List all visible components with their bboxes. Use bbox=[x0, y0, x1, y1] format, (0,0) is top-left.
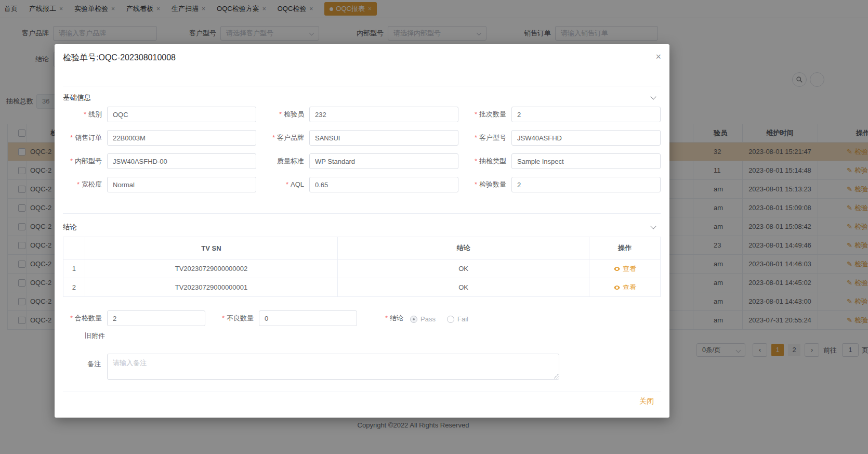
table-header-row: TV SN 结论 操作 bbox=[63, 237, 660, 260]
row-index-cell: 1 bbox=[63, 260, 85, 278]
inspection-detail-dialog: 检验单号:OQC-202308010008 × 基础信息 *线别*检验员*批次数… bbox=[55, 44, 669, 418]
required-asterisk: * bbox=[475, 134, 477, 141]
field-label-text: 批次数量 bbox=[479, 110, 506, 118]
field-input-批次数量[interactable] bbox=[511, 107, 661, 122]
view-link[interactable]: 查看 bbox=[613, 264, 636, 274]
old-attachment-label: 旧附件 bbox=[85, 331, 105, 341]
basic-info-section-title: 基础信息 bbox=[63, 93, 91, 102]
radio-unselected-icon bbox=[447, 316, 454, 323]
col-header-index bbox=[63, 237, 85, 259]
field-label-内部型号: *内部型号 bbox=[19, 153, 102, 169]
field-label-宽松度: *宽松度 bbox=[19, 177, 102, 192]
collapse-chevron-icon[interactable] bbox=[650, 94, 656, 99]
field-label-text: 质量标准 bbox=[277, 157, 304, 165]
dialog-title: 检验单号:OQC-202308010008 bbox=[63, 53, 176, 63]
conclusion-section-title: 结论 bbox=[63, 223, 77, 232]
field-label-text: 检验数量 bbox=[479, 180, 506, 188]
result-label: *结论 bbox=[320, 310, 403, 326]
field-label-检验数量: *检验数量 bbox=[423, 177, 506, 192]
field-label-客户品牌: *客户品牌 bbox=[221, 130, 304, 146]
field-label-text: 客户型号 bbox=[479, 134, 506, 141]
field-input-抽检类型[interactable] bbox=[511, 153, 661, 169]
required-asterisk: * bbox=[475, 180, 477, 188]
field-label-AQL: *AQL bbox=[221, 177, 304, 192]
row-index-cell: 2 bbox=[63, 278, 85, 296]
remark-textarea[interactable] bbox=[107, 354, 559, 380]
required-asterisk: * bbox=[77, 180, 80, 188]
section-divider bbox=[63, 213, 661, 214]
field-input-检验数量[interactable] bbox=[511, 177, 661, 192]
required-asterisk: * bbox=[84, 110, 86, 118]
col-header-actions: 操作 bbox=[589, 237, 660, 259]
result-cell: OK bbox=[338, 278, 589, 296]
field-label-检验员: *检验员 bbox=[221, 107, 304, 122]
app-window: 首页产线报工×实验单检验×产线看板×生产扫描×OQC检验方案×OQC检验×OQC… bbox=[0, 0, 868, 454]
result-radio-pass[interactable]: Pass bbox=[410, 314, 436, 323]
sn-table-row: 1TV20230729000000002OK查看 bbox=[63, 260, 660, 278]
tv-sn-cell: TV20230729000000002 bbox=[85, 260, 338, 278]
required-asterisk: * bbox=[279, 110, 282, 118]
field-label-批次数量: *批次数量 bbox=[423, 107, 506, 122]
field-label-text: 销售订单 bbox=[75, 134, 102, 141]
field-label-销售订单: *销售订单 bbox=[19, 130, 102, 146]
action-cell: 查看 bbox=[589, 278, 660, 296]
field-input-客户型号[interactable] bbox=[511, 130, 661, 146]
required-asterisk: * bbox=[385, 314, 388, 322]
eye-icon bbox=[613, 284, 621, 291]
required-asterisk: * bbox=[272, 134, 275, 141]
collapse-chevron-icon[interactable] bbox=[650, 223, 656, 229]
sn-table-row: 2TV20230729000000001OK查看 bbox=[63, 278, 660, 296]
action-cell: 查看 bbox=[589, 260, 660, 278]
footer-divider bbox=[63, 392, 661, 392]
radio-selected-icon bbox=[410, 316, 417, 323]
field-label-text: AQL bbox=[291, 180, 304, 188]
section-divider bbox=[63, 86, 661, 86]
required-asterisk: * bbox=[475, 157, 477, 165]
view-link[interactable]: 查看 bbox=[613, 283, 636, 292]
required-asterisk: * bbox=[70, 134, 73, 141]
required-asterisk: * bbox=[70, 157, 73, 165]
result-cell: OK bbox=[338, 260, 589, 278]
field-label-质量标准: 质量标准 bbox=[221, 153, 304, 169]
required-asterisk: * bbox=[70, 314, 73, 322]
field-label-抽检类型: *抽检类型 bbox=[423, 153, 506, 169]
field-label-客户型号: *客户型号 bbox=[423, 130, 506, 146]
view-link-label: 查看 bbox=[623, 283, 636, 292]
required-asterisk: * bbox=[286, 180, 288, 188]
fail-qty-label: *不良数量 bbox=[170, 310, 254, 326]
required-asterisk: * bbox=[222, 314, 225, 322]
field-label-text: 宽松度 bbox=[82, 180, 102, 188]
resize-grip-icon[interactable] bbox=[554, 374, 559, 379]
required-asterisk: * bbox=[475, 110, 477, 118]
field-label-text: 检验员 bbox=[284, 110, 304, 118]
result-radio-fail[interactable]: Fail bbox=[447, 314, 468, 323]
close-icon[interactable]: × bbox=[655, 51, 661, 62]
pass-qty-label: *合格数量 bbox=[19, 310, 102, 326]
tv-sn-cell: TV20230729000000001 bbox=[85, 278, 338, 296]
eye-icon bbox=[613, 265, 621, 273]
field-label-text: 抽检类型 bbox=[479, 157, 506, 165]
close-button[interactable]: 关闭 bbox=[639, 397, 654, 406]
field-label-text: 线别 bbox=[88, 110, 102, 118]
remark-label: 备注 bbox=[18, 356, 101, 372]
col-header-tv-sn: TV SN bbox=[85, 237, 338, 259]
field-label-text: 内部型号 bbox=[75, 157, 102, 165]
field-label-线别: *线别 bbox=[19, 107, 102, 122]
field-label-text: 客户品牌 bbox=[277, 134, 304, 141]
sn-result-table: TV SN 结论 操作 1TV20230729000000002OK查看2TV2… bbox=[63, 237, 661, 297]
view-link-label: 查看 bbox=[623, 264, 636, 274]
col-header-result: 结论 bbox=[338, 237, 589, 259]
